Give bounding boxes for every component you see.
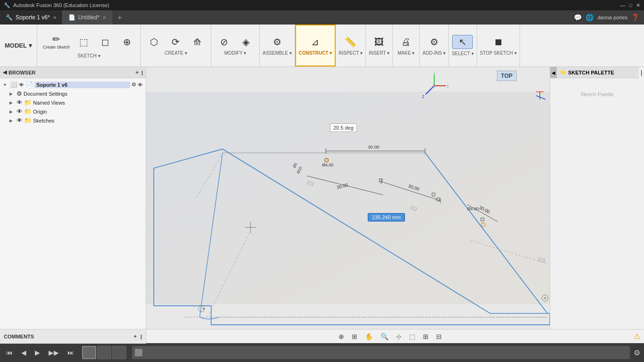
tree-arrow-soporte: ▼ <box>3 82 8 87</box>
inspect-label: INSPECT ▾ <box>339 50 363 56</box>
look-at-button[interactable]: ⊞ <box>349 331 360 342</box>
display-settings-button[interactable]: ⬚ <box>406 331 418 342</box>
plane-button[interactable]: ⊿ <box>305 35 326 49</box>
make-label: MAKE ▾ <box>397 50 414 56</box>
palette-pin-button[interactable]: | <box>639 67 644 78</box>
model-label: MODEL <box>5 42 27 49</box>
model-menu-button[interactable]: MODEL ▾ <box>0 25 37 66</box>
grid-button[interactable]: ⊞ <box>420 331 431 342</box>
playback-play-button[interactable]: ▶ <box>33 347 42 358</box>
timeline[interactable] <box>132 346 630 359</box>
sketch-section: ✏ Create Sketch ⬚ ◻ ⊕ SKETCH ▾ <box>37 25 141 66</box>
top-view-label: TOP <box>497 71 517 81</box>
tab-close-button2[interactable]: ✕ <box>102 15 106 20</box>
shell-button[interactable]: ◈ <box>236 35 256 49</box>
viewport[interactable]: 30.00 30.00 Ø4.00 Ø4.00 30.00 30.00 <box>146 67 550 329</box>
tree-eyeicon-origin: 👁 <box>17 108 23 115</box>
timeline-settings-button[interactable]: ⚙ <box>634 348 640 357</box>
fillet-button[interactable]: ⊘ <box>214 35 235 49</box>
browser-pin-button[interactable]: | <box>141 70 143 75</box>
warning-icon: ⚠ <box>634 332 640 341</box>
tree-item-docsettings[interactable]: ▶ ⚙ Document Settings <box>0 89 146 98</box>
browser-add-button[interactable]: ＋ <box>134 69 140 76</box>
title-bar-controls: — □ ✕ <box>620 2 640 8</box>
minimize-button[interactable]: — <box>620 2 625 8</box>
tree-docicon-soporte: 📄 <box>25 81 33 88</box>
tree-settings-icon[interactable]: ⚙ <box>132 82 136 88</box>
tab-close-button[interactable]: ✕ <box>53 15 57 20</box>
fillet-icon: ⊘ <box>220 37 228 47</box>
palette-empty: Sketch Palette <box>554 91 640 97</box>
zoom-fit-button[interactable]: ⊹ <box>393 331 405 342</box>
palette-collapse-button[interactable]: ◀ <box>550 67 557 78</box>
tree-label-soporte: Soporte 1 v6 <box>34 82 130 88</box>
stop-sketch-button[interactable]: ⏹ <box>488 35 509 49</box>
revolve-button[interactable]: ⟳ <box>165 35 186 49</box>
comments-pin-button[interactable]: | <box>140 334 142 339</box>
palette-star-icon: ⭐ <box>560 69 566 75</box>
plane-icon: ⊿ <box>311 37 319 47</box>
playback-prev-button[interactable]: ◀ <box>19 347 29 358</box>
chat-icon[interactable]: 💬 <box>574 14 582 21</box>
tree-eye-icon[interactable]: 👁 <box>138 82 143 88</box>
tree-item-sketches[interactable]: ▶ 👁 📁 Sketches <box>0 116 146 125</box>
line-icon: ⬚ <box>79 37 88 47</box>
stop-sketch-section: ⏹ STOP SKETCH ▾ <box>477 25 520 66</box>
thumbnail-1[interactable] <box>97 346 111 359</box>
browser-tree: ▼ ⬜ 👁 📄 Soporte 1 v6 ⚙ 👁 ▶ ⚙ Document Se… <box>0 78 146 329</box>
rect-icon: ◻ <box>101 37 109 47</box>
pan-button[interactable]: ✋ <box>362 331 376 342</box>
inspect-button[interactable]: 📏 <box>340 35 361 49</box>
sketch-palette-content: Sketch Palette <box>550 78 644 329</box>
new-tab-button[interactable]: ＋ <box>112 13 127 23</box>
tab-untitled[interactable]: 📄 Untitled* ✕ <box>63 10 112 25</box>
tree-arrow-docsettings: ▶ <box>9 91 15 96</box>
make-button[interactable]: 🖨 <box>396 35 416 49</box>
thumbnail-2[interactable] <box>112 346 126 359</box>
svg-text:Ø4.00: Ø4.00 <box>322 163 333 167</box>
loft-button[interactable]: ⟰ <box>187 35 208 49</box>
joint-button[interactable]: ⚙ <box>267 35 288 49</box>
tree-label-docsettings: Document Settings <box>24 91 143 97</box>
tree-item-origin[interactable]: ▶ 👁 📁 Origin <box>0 107 146 116</box>
close-button[interactable]: ✕ <box>636 2 640 8</box>
revolve-icon: ⟳ <box>172 37 180 47</box>
playback-next-button[interactable]: ▶▶ <box>46 347 61 358</box>
insert-button[interactable]: 🖼 <box>369 35 389 49</box>
line-button[interactable]: ⬚ <box>74 35 94 49</box>
select-label: SELECT ▾ <box>452 51 474 56</box>
browser-collapse-icon[interactable]: ◀ <box>3 69 7 75</box>
svg-text:X: X <box>447 84 448 89</box>
timeline-thumb[interactable] <box>135 349 142 356</box>
zoom-button[interactable]: 🔍 <box>378 331 391 342</box>
orbit-button[interactable]: ⊕ <box>336 331 347 342</box>
globe-icon[interactable]: 🌐 <box>586 14 594 21</box>
select-button[interactable]: ↖ <box>452 35 473 49</box>
extrude-button[interactable]: ⬡ <box>144 35 165 49</box>
title-bar: 🔧 Autodesk Fusion 360 (Education License… <box>0 0 644 10</box>
sketch-palette-header: ⭐ SKETCH PALETTE <box>557 67 639 78</box>
top-label-text: TOP <box>501 73 512 79</box>
browser-header: ◀ BROWSER ＋ | <box>0 67 146 78</box>
playback-first-button[interactable]: ⏮ <box>4 347 15 358</box>
inspect-icon: 📏 <box>345 37 356 47</box>
tree-item-soporte[interactable]: ▼ ⬜ 👁 📄 Soporte 1 v6 ⚙ 👁 <box>0 80 146 89</box>
help-icon[interactable]: ❓ <box>631 14 639 21</box>
rect-button[interactable]: ◻ <box>95 35 116 49</box>
svg-point-37 <box>545 297 546 299</box>
maximize-button[interactable]: □ <box>629 2 632 8</box>
comments-add-button[interactable]: ＋ <box>132 333 138 340</box>
view-cube-button[interactable]: ⊟ <box>433 331 445 342</box>
tree-eyeicon-namedviews: 👁 <box>17 99 23 106</box>
create-sketch-button[interactable]: ✏ Create Sketch <box>40 33 73 51</box>
circle-button[interactable]: ⊕ <box>117 35 138 49</box>
axis-svg: X Y Z <box>420 72 448 100</box>
sketch-palette-title: SKETCH PALETTE <box>568 70 614 75</box>
create-label: CREATE ▾ <box>165 50 187 56</box>
tab-soporte[interactable]: 🔧 Soporte 1 v6* ✕ <box>0 10 63 25</box>
tree-arrow-origin: ▶ <box>9 109 15 114</box>
addins-button[interactable]: ⚙ <box>424 35 445 49</box>
playback-last-button[interactable]: ⏭ <box>65 347 76 358</box>
tree-item-namedviews[interactable]: ▶ 👁 📁 Named Views <box>0 98 146 107</box>
thumbnail-active[interactable] <box>82 346 96 359</box>
